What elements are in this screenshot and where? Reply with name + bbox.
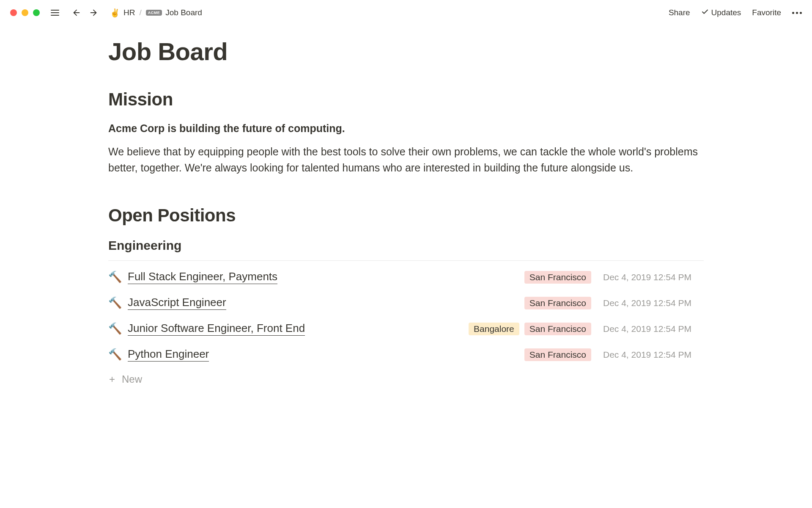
breadcrumb-separator: /	[139, 8, 141, 17]
location-tag: San Francisco	[524, 271, 591, 284]
hammer-icon: 🔨	[108, 348, 122, 361]
toolbar-right: Share Updates Favorite	[669, 8, 802, 18]
acme-badge-icon: ACME	[146, 10, 162, 16]
mission-heading[interactable]: Mission	[108, 89, 704, 110]
position-row[interactable]: 🔨Full Stack Engineer, PaymentsSan Franci…	[108, 264, 704, 290]
position-tags: San Francisco	[524, 348, 591, 361]
hammer-icon: 🔨	[108, 271, 122, 284]
favorite-label: Favorite	[752, 8, 781, 17]
position-row[interactable]: 🔨Junior Software Engineer, Front EndBang…	[108, 316, 704, 342]
breadcrumb-hr[interactable]: ✌️ HR	[110, 8, 135, 18]
position-title: JavaScript Engineer	[128, 296, 226, 310]
new-label: New	[122, 373, 142, 385]
position-title: Full Stack Engineer, Payments	[128, 270, 277, 284]
page-content: Job Board Mission Acme Corp is building …	[0, 25, 812, 391]
engineering-heading[interactable]: Engineering	[108, 238, 704, 253]
more-menu-button[interactable]	[792, 12, 802, 14]
nav-back-button[interactable]	[69, 6, 84, 19]
open-positions-heading[interactable]: Open Positions	[108, 205, 704, 226]
plus-icon: +	[109, 373, 115, 385]
new-position-button[interactable]: + New	[108, 367, 704, 391]
position-title: Python Engineer	[128, 348, 209, 362]
position-row[interactable]: 🔨JavaScript EngineerSan FranciscoDec 4, …	[108, 290, 704, 316]
share-button[interactable]: Share	[669, 8, 690, 17]
updates-button[interactable]: Updates	[701, 8, 741, 18]
window-controls	[10, 9, 40, 16]
location-tag: San Francisco	[524, 323, 591, 335]
position-date: Dec 4, 2019 12:54 PM	[603, 324, 704, 334]
position-date: Dec 4, 2019 12:54 PM	[603, 350, 704, 360]
updates-label: Updates	[711, 8, 741, 17]
location-tag: San Francisco	[524, 348, 591, 361]
close-window-button[interactable]	[10, 9, 17, 16]
position-title: Junior Software Engineer, Front End	[128, 322, 305, 336]
location-tag: San Francisco	[524, 297, 591, 309]
share-label: Share	[669, 8, 690, 17]
mission-body[interactable]: We believe that by equipping people with…	[108, 144, 704, 176]
hammer-icon: 🔨	[108, 322, 122, 335]
minimize-window-button[interactable]	[22, 9, 28, 16]
position-tags: San Francisco	[524, 297, 591, 309]
breadcrumb-job-board[interactable]: ACME Job Board	[146, 8, 202, 17]
nav-arrows	[69, 6, 101, 19]
sidebar-toggle-icon[interactable]	[49, 8, 61, 17]
location-tag: Bangalore	[469, 323, 519, 335]
toolbar: ✌️ HR / ACME Job Board Share Updates Fav…	[0, 0, 812, 25]
positions-list: 🔨Full Stack Engineer, PaymentsSan Franci…	[108, 264, 704, 367]
page-title[interactable]: Job Board	[108, 37, 704, 66]
positions-divider	[108, 260, 704, 261]
hammer-icon: 🔨	[108, 296, 122, 309]
breadcrumb-hr-label: HR	[123, 8, 135, 17]
favorite-button[interactable]: Favorite	[752, 8, 781, 17]
position-row[interactable]: 🔨Python EngineerSan FranciscoDec 4, 2019…	[108, 342, 704, 367]
position-tags: BangaloreSan Francisco	[469, 323, 591, 335]
position-date: Dec 4, 2019 12:54 PM	[603, 298, 704, 308]
checkmark-icon	[701, 8, 709, 18]
hr-emoji-icon: ✌️	[110, 8, 120, 18]
position-tags: San Francisco	[524, 271, 591, 284]
maximize-window-button[interactable]	[33, 9, 40, 16]
position-date: Dec 4, 2019 12:54 PM	[603, 272, 704, 282]
breadcrumb: ✌️ HR / ACME Job Board	[110, 8, 202, 18]
mission-tagline[interactable]: Acme Corp is building the future of comp…	[108, 122, 704, 135]
toolbar-left: ✌️ HR / ACME Job Board	[10, 6, 202, 19]
breadcrumb-board-label: Job Board	[165, 8, 202, 17]
nav-forward-button[interactable]	[86, 6, 101, 19]
